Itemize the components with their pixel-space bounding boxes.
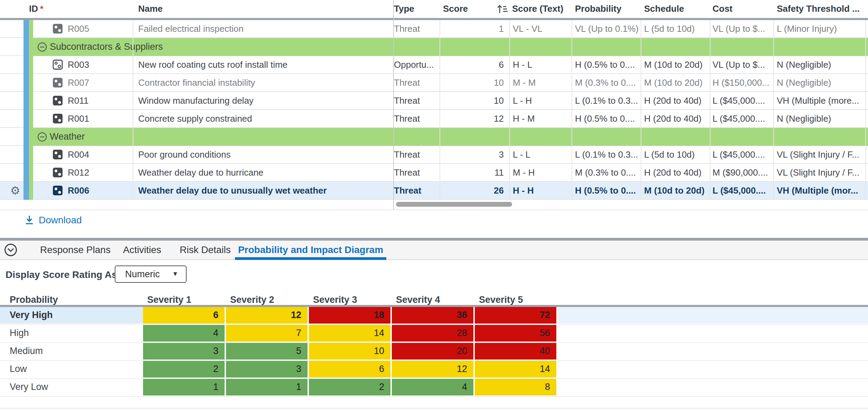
matrix-cell[interactable]: 40 xyxy=(475,343,556,360)
cell-score: 26 xyxy=(440,182,504,199)
cell-score: 6 xyxy=(440,56,504,73)
cell-probability: H (0.5% to 0.... xyxy=(575,110,635,127)
col-header-probability[interactable]: Probability xyxy=(575,0,621,18)
column-divider xyxy=(773,20,774,200)
download-button[interactable]: Download xyxy=(25,213,82,227)
matrix-cell[interactable]: 12 xyxy=(392,361,473,378)
threat-icon xyxy=(53,24,63,34)
matrix-cell[interactable]: 2 xyxy=(143,361,225,378)
matrix-cell[interactable]: 12 xyxy=(226,307,308,324)
risk-row[interactable]: R001Concrete supply constrainedThreat12H… xyxy=(0,110,868,128)
matrix-cell[interactable]: 8 xyxy=(475,379,556,395)
matrix-cell[interactable]: 72 xyxy=(475,307,556,324)
column-divider xyxy=(509,20,510,200)
cell-safety-threshold: VL (Slight Injury / F... xyxy=(777,146,859,163)
matrix-cell[interactable]: 1 xyxy=(143,379,225,395)
matrix-cell[interactable]: 4 xyxy=(392,379,473,395)
matrix-probability-label[interactable]: Medium xyxy=(0,343,143,360)
cell-cost: L ($45,000.... xyxy=(713,182,766,199)
collapse-group-icon[interactable] xyxy=(37,42,47,52)
download-icon xyxy=(25,215,34,225)
matrix-cell[interactable]: 6 xyxy=(309,361,390,378)
threat-icon xyxy=(53,167,63,178)
risk-row[interactable]: R004Poor ground conditionsThreat3L - LL … xyxy=(0,146,868,164)
matrix-cell[interactable]: 10 xyxy=(309,343,390,360)
col-header-name[interactable]: Name xyxy=(138,0,163,18)
matrix-row: Very Low11248 xyxy=(0,379,868,397)
matrix-cell[interactable]: 20 xyxy=(392,343,473,360)
matrix-cell[interactable]: 1 xyxy=(226,379,308,395)
tab-activities[interactable]: Activities xyxy=(123,240,161,259)
score-rating-value: Numeric xyxy=(125,266,160,282)
cell-schedule: L (5d to 10d) xyxy=(644,146,695,163)
matrix-probability-label[interactable]: Very Low xyxy=(0,379,143,395)
matrix-row-highlight-extension xyxy=(558,307,868,324)
risk-row[interactable]: R003New roof coating cuts roof install t… xyxy=(0,56,868,74)
frozen-pane-splitter[interactable] xyxy=(393,0,394,209)
col-header-type[interactable]: Type xyxy=(394,0,414,18)
matrix-cell[interactable]: 6 xyxy=(143,307,225,324)
matrix-probability-label[interactable]: Very High xyxy=(0,307,143,324)
cell-probability: L (0.1% to 0.3... xyxy=(575,92,638,109)
matrix-cell[interactable]: 14 xyxy=(475,361,556,378)
matrix-cell[interactable]: 5 xyxy=(226,343,308,360)
risk-id-text: R007 xyxy=(68,74,89,91)
matrix-cell[interactable]: 2 xyxy=(309,379,390,395)
col-header-id[interactable]: ID* xyxy=(29,0,43,18)
matrix-row: Very High612183672 xyxy=(0,307,868,325)
col-header-cost[interactable]: Cost xyxy=(713,0,733,18)
matrix-cell[interactable]: 56 xyxy=(475,325,556,342)
risk-row[interactable]: R007Contractor financial instabilityThre… xyxy=(0,74,868,92)
chevron-down-icon: ▼ xyxy=(172,266,178,282)
cell-score: 10 xyxy=(440,74,504,91)
col-header-safety-threshold[interactable]: Safety Threshold ... xyxy=(777,0,860,18)
score-rating-dropdown[interactable]: Numeric ▼ xyxy=(115,265,187,283)
risk-grid: ID* Name Type Score Score (Text) Probabi… xyxy=(0,0,868,209)
active-tab-underline xyxy=(235,257,386,260)
group-name: Subcontractors & Suppliers xyxy=(50,38,163,56)
matrix-probability-label[interactable]: High xyxy=(0,325,143,342)
collapse-group-icon[interactable] xyxy=(37,132,47,142)
group-row[interactable]: Weather xyxy=(0,128,868,146)
matrix-cell[interactable]: 36 xyxy=(392,307,473,324)
risk-row[interactable]: ⚙R006Weather delay due to unusually wet … xyxy=(0,182,868,200)
risk-id-text: R003 xyxy=(68,56,89,73)
cell-cost: L ($45,000.... xyxy=(713,110,765,127)
matrix-cell[interactable]: 18 xyxy=(309,307,390,324)
matrix-cell[interactable]: 7 xyxy=(226,325,308,342)
cell-cost: L ($45,000.... xyxy=(713,92,765,109)
risk-id-text: R011 xyxy=(68,92,88,109)
group-name: Weather xyxy=(50,128,85,146)
matrix-cell[interactable]: 14 xyxy=(309,325,390,342)
detail-tabbar: Response Plans Activities Risk Details P… xyxy=(0,240,868,260)
cell-score: 3 xyxy=(440,146,504,163)
tab-risk-details[interactable]: Risk Details xyxy=(180,240,231,259)
col-header-score[interactable]: Score xyxy=(443,0,468,18)
risk-row[interactable]: R005Failed electrical inspectionThreat1V… xyxy=(0,20,868,38)
matrix-cell[interactable]: 4 xyxy=(143,325,225,342)
horizontal-scrollbar-thumb[interactable] xyxy=(396,202,512,207)
matrix-cell[interactable]: 3 xyxy=(143,343,225,360)
cell-id: R005 xyxy=(53,20,89,37)
row-actions-gear-icon[interactable]: ⚙ xyxy=(8,183,23,199)
col-header-schedule[interactable]: Schedule xyxy=(644,0,684,18)
cell-probability: VL (Up to 0.1%) xyxy=(575,20,639,37)
matrix-probability-label[interactable]: Low xyxy=(0,361,143,378)
tab-probability-impact-diagram[interactable]: Probability and Impact Diagram xyxy=(235,240,386,259)
matrix-row: Low2361214 xyxy=(0,361,868,379)
col-header-score-text[interactable]: Score (Text) xyxy=(512,0,563,18)
cell-safety-threshold: VL (Slight Injury / F... xyxy=(777,164,859,181)
cell-type: Threat xyxy=(394,110,420,127)
group-row[interactable]: Subcontractors & Suppliers xyxy=(0,38,868,56)
risk-row[interactable]: R011Window manufacturing delayThreat10L … xyxy=(0,92,868,110)
collapse-panel-icon[interactable] xyxy=(4,243,17,256)
cell-type: Opportu... xyxy=(394,56,434,73)
risk-id-text: R005 xyxy=(68,20,89,37)
column-divider xyxy=(572,20,572,200)
matrix-cell[interactable]: 3 xyxy=(226,361,308,378)
matrix-cell[interactable]: 28 xyxy=(392,325,473,342)
tab-response-plans[interactable]: Response Plans xyxy=(40,240,111,259)
page-bottom-border xyxy=(0,408,868,409)
cell-id: R001 xyxy=(53,110,89,127)
risk-row[interactable]: R012Weather delay due to hurricaneThreat… xyxy=(0,164,868,182)
